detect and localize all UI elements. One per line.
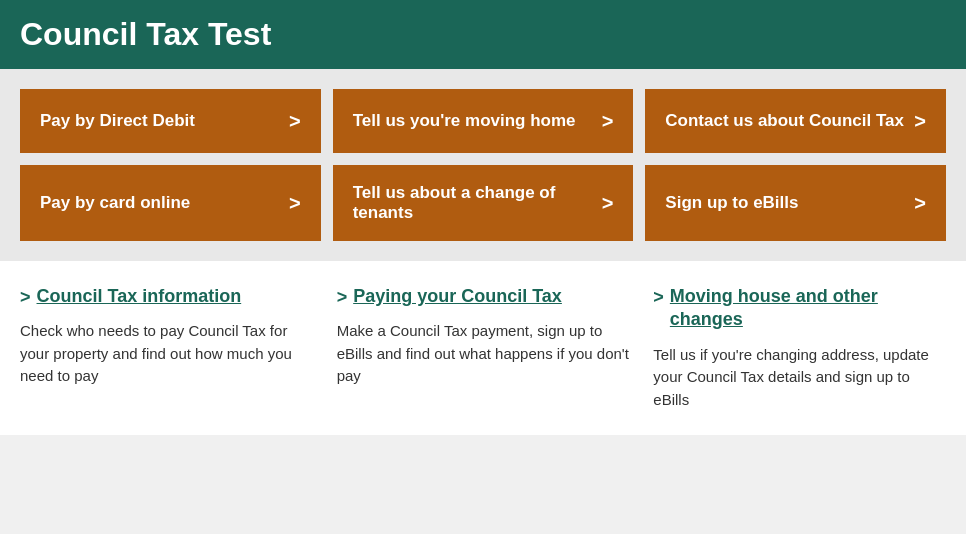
info-text-2: Make a Council Tax payment, sign up to e…	[337, 320, 630, 388]
action-button-label-1: Pay by Direct Debit	[40, 111, 195, 131]
info-item-1: >Council Tax informationCheck who needs …	[20, 285, 313, 411]
action-button-label-4: Pay by card online	[40, 193, 190, 213]
action-button-4[interactable]: Pay by card online>	[20, 165, 321, 241]
info-item-header-3: >Moving house and other changes	[653, 285, 946, 332]
info-text-3: Tell us if you're changing address, upda…	[653, 344, 946, 412]
info-grid: >Council Tax informationCheck who needs …	[20, 285, 946, 411]
info-section: >Council Tax informationCheck who needs …	[0, 261, 966, 435]
action-button-5[interactable]: Tell us about a change of tenants>	[333, 165, 634, 241]
action-button-1[interactable]: Pay by Direct Debit>	[20, 89, 321, 153]
action-button-arrow-1: >	[289, 110, 301, 133]
action-button-label-6: Sign up to eBills	[665, 193, 798, 213]
action-button-arrow-2: >	[602, 110, 614, 133]
info-item-header-1: >Council Tax information	[20, 285, 313, 308]
action-button-arrow-6: >	[914, 192, 926, 215]
page-title: Council Tax Test	[20, 16, 946, 53]
info-link-1[interactable]: Council Tax information	[37, 285, 242, 308]
action-button-arrow-5: >	[602, 192, 614, 215]
page-header: Council Tax Test	[0, 0, 966, 69]
action-button-2[interactable]: Tell us you're moving home>	[333, 89, 634, 153]
action-button-label-3: Contact us about Council Tax	[665, 111, 904, 131]
info-item-3: >Moving house and other changesTell us i…	[653, 285, 946, 411]
info-arrow-2: >	[337, 287, 348, 308]
action-button-arrow-3: >	[914, 110, 926, 133]
action-button-label-5: Tell us about a change of tenants	[353, 183, 592, 223]
buttons-grid: Pay by Direct Debit>Tell us you're movin…	[20, 89, 946, 241]
info-link-3[interactable]: Moving house and other changes	[670, 285, 946, 332]
action-button-arrow-4: >	[289, 192, 301, 215]
info-item-header-2: >Paying your Council Tax	[337, 285, 630, 308]
info-text-1: Check who needs to pay Council Tax for y…	[20, 320, 313, 388]
info-arrow-3: >	[653, 287, 664, 308]
info-arrow-1: >	[20, 287, 31, 308]
info-link-2[interactable]: Paying your Council Tax	[353, 285, 562, 308]
action-button-6[interactable]: Sign up to eBills>	[645, 165, 946, 241]
buttons-section: Pay by Direct Debit>Tell us you're movin…	[0, 69, 966, 261]
info-item-2: >Paying your Council TaxMake a Council T…	[337, 285, 630, 411]
action-button-label-2: Tell us you're moving home	[353, 111, 576, 131]
action-button-3[interactable]: Contact us about Council Tax>	[645, 89, 946, 153]
